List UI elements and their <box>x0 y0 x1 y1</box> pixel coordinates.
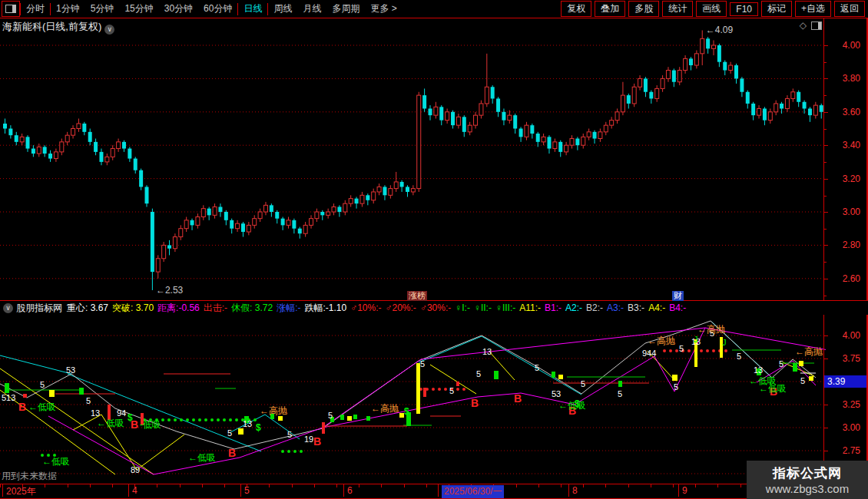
axis-label: 3.20 <box>843 173 860 184</box>
svg-text:5: 5 <box>420 359 425 368</box>
toolbar-button-F10[interactable]: F10 <box>730 2 758 16</box>
watermark-panel: 指标公式网 www.zbgs3.com <box>747 461 868 499</box>
future-data-note: 用到未来数据 <box>2 470 57 483</box>
indicator-param: B4:- <box>669 302 686 313</box>
indicator-param: 休假: 3.72 <box>231 302 273 313</box>
diamond-icon[interactable]: ◇ <box>800 20 807 31</box>
indicator-param: ♀III:- <box>495 302 515 313</box>
svg-text:←低吸: ←低吸 <box>759 383 787 394</box>
chart-corner-tools: ◇ <box>800 20 822 31</box>
toolbar-button-返回[interactable]: 返回 <box>834 1 865 17</box>
chart-badge-财[interactable]: 财 <box>672 291 684 301</box>
svg-text:B: B <box>313 435 321 448</box>
svg-text:513: 513 <box>2 393 15 402</box>
period-toolbar: 分时1分钟5分钟15分钟30分钟60分钟日线周线月线多周期更多 > <box>0 0 403 18</box>
svg-text:13: 13 <box>243 419 252 428</box>
app-root: 分时1分钟5分钟15分钟30分钟60分钟日线周线月线多周期更多 > 复权叠加多股… <box>0 0 868 499</box>
indicator-param: A3:- <box>607 302 624 313</box>
svg-text:-低吸: -低吸 <box>140 419 161 430</box>
date-label: 2025年 <box>6 485 36 498</box>
svg-text:5: 5 <box>449 386 454 395</box>
watermark-url: www.zbgs3.com <box>766 482 849 495</box>
indicator-param: ♀I:- <box>455 302 470 313</box>
svg-text:←低吸: ←低吸 <box>188 452 216 463</box>
toolbar-item-5分钟[interactable]: 5分钟 <box>85 2 120 15</box>
toolbar-item-日线[interactable]: 日线 <box>238 2 267 15</box>
indicator-param: 跌幅:-1.10 <box>304 302 346 313</box>
axis-label: 3.60 <box>843 107 860 117</box>
indicator-param: 距离:-0.56 <box>157 302 200 313</box>
axis-label: 3.80 <box>843 73 860 84</box>
selected-date-label: 2025/06/30/一 <box>442 485 504 498</box>
indicator-param: A11:- <box>519 302 541 313</box>
date-axis[interactable]: 2025年4562025/06/30/一89 <box>0 484 868 499</box>
svg-text:←高抛: ←高抛 <box>697 324 725 335</box>
svg-text:19: 19 <box>304 435 313 444</box>
layout-toggle-button[interactable] <box>2 1 20 17</box>
svg-text:13: 13 <box>91 408 100 418</box>
indicator-param: ♂30%:- <box>420 302 451 313</box>
indicator-param: ♀II:- <box>474 302 492 313</box>
svg-text:$: $ <box>128 412 133 423</box>
svg-text:B: B <box>514 392 522 405</box>
date-label: 6 <box>347 485 353 496</box>
indicator-param: B1:- <box>545 302 562 313</box>
candlestick-chart[interactable]: ←2.53←4.09 <box>0 18 826 300</box>
axis-label: 3.00 <box>843 207 860 217</box>
toolbar-item-30分钟[interactable]: 30分钟 <box>159 2 198 15</box>
toolbar-item-多周期[interactable]: 多周期 <box>326 2 365 15</box>
svg-text:5: 5 <box>800 376 805 385</box>
indicator-param: ♂10%:- <box>350 302 381 313</box>
svg-text:5: 5 <box>737 352 741 361</box>
split-window-icon[interactable] <box>811 21 822 30</box>
svg-text:J: J <box>722 338 727 347</box>
svg-text:13: 13 <box>482 347 492 356</box>
svg-text:13: 13 <box>754 365 763 375</box>
watermark-title: 指标公式网 <box>773 464 842 482</box>
svg-text:5: 5 <box>779 359 784 368</box>
date-label: 4 <box>132 485 137 496</box>
main-price-axis: 4.003.803.603.403.203.002.802.60 <box>823 18 868 300</box>
toolbar-item-15分钟[interactable]: 15分钟 <box>119 2 158 15</box>
svg-text:5: 5 <box>535 363 539 372</box>
svg-text:←低吸: ←低吸 <box>97 418 124 428</box>
svg-text:$: $ <box>256 422 261 433</box>
axis-label: 4.00 <box>843 40 860 51</box>
svg-text:5: 5 <box>679 344 684 353</box>
indicator-param: 突破: 3.70 <box>112 302 154 313</box>
svg-text:←低吸: ←低吸 <box>28 402 56 412</box>
svg-text:B: B <box>228 447 236 459</box>
toolbar-item-60分钟[interactable]: 60分钟 <box>198 2 237 15</box>
toolbar-button-标记[interactable]: 标记 <box>761 1 792 17</box>
indicator-source[interactable]: 股朋指标网 <box>16 302 62 315</box>
toolbar-item-周线[interactable]: 周线 <box>268 2 297 15</box>
svg-text:←低吸: ←低吸 <box>558 400 586 411</box>
indicator-param: 涨幅:- <box>277 302 300 313</box>
toolbar-button-复权[interactable]: 复权 <box>561 1 591 17</box>
axis-label: 2.60 <box>843 273 860 284</box>
svg-text:94: 94 <box>117 408 126 418</box>
chart-badge-涨榜[interactable]: 涨榜 <box>407 291 427 301</box>
indicator-param: 重心: 3.67 <box>67 302 108 313</box>
action-toolbar: 复权叠加多股统计画线F10标记+自选返回 <box>558 0 865 18</box>
toolbar-item-分时[interactable]: 分时 <box>21 2 50 15</box>
toolbar-item-更多 >[interactable]: 更多 > <box>365 2 402 15</box>
current-value-badge: 3.39 <box>824 375 866 388</box>
indicator-chart[interactable]: 5135535139489135519551355535559445135551… <box>0 315 826 484</box>
toolbar-button-多股[interactable]: 多股 <box>628 1 659 17</box>
toolbar-item-月线[interactable]: 月线 <box>297 2 326 15</box>
date-label: 5 <box>244 485 250 496</box>
toolbar-item-1分钟[interactable]: 1分钟 <box>51 2 85 15</box>
chevron-down-icon[interactable]: ∨ <box>104 25 114 35</box>
chevron-down-circle-icon[interactable]: ∨ <box>3 303 13 313</box>
toolbar-button-叠加[interactable]: 叠加 <box>595 1 625 17</box>
toolbar-button-+自选[interactable]: +自选 <box>795 1 831 17</box>
indicator-param: B3:- <box>628 302 644 313</box>
chart-title: 海新能科(日线,前复权)∨ <box>2 20 114 35</box>
toolbar-button-画线[interactable]: 画线 <box>696 1 727 17</box>
svg-text:←高抛: ←高抛 <box>371 403 399 414</box>
toolbar-button-统计[interactable]: 统计 <box>662 1 693 17</box>
indicator-param: A4:- <box>648 302 665 313</box>
split-window-icon <box>5 5 16 13</box>
axis-label: 2.80 <box>843 240 860 250</box>
